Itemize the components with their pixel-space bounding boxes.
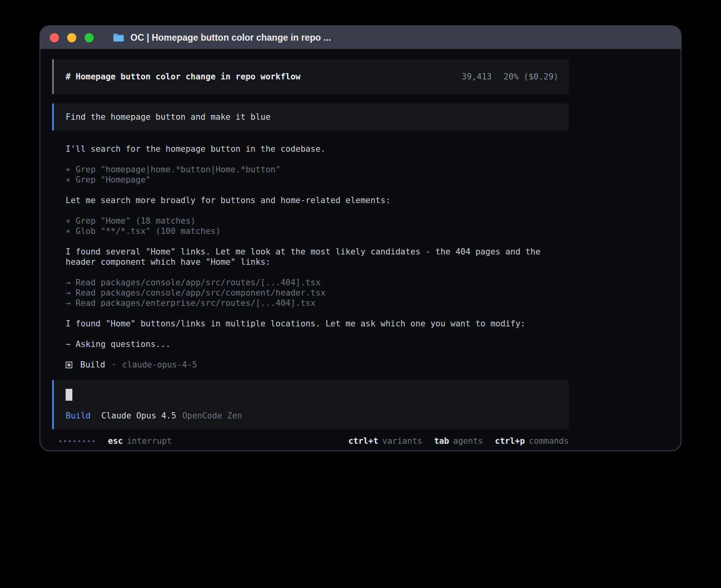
zoom-button[interactable] [85,33,94,42]
shortcut-key: tab [434,436,449,446]
agent-model: claude-opus-4-5 [122,360,197,370]
context-usage: 20% ($0.29) [504,72,559,81]
spinner-dots-icon [59,440,94,442]
shortcut-label: agents [453,436,483,446]
session-title: # Homepage button color change in repo w… [66,72,300,81]
traffic-lights [50,33,94,42]
shortcut-label: variants [382,436,422,446]
provider-name: OpenCode Zen [182,411,242,420]
folder-icon [113,33,125,42]
tool-call-grep: ∗ Grep "homepage|home.*button|Home.*butt… [66,164,569,175]
conversation: I'll search for the homepage button in t… [66,144,569,370]
shortcut-commands: ctrl+p commands [495,436,569,446]
shortcut-label: commands [529,436,569,446]
prompt-input[interactable]: Build Claude Opus 4.5 OpenCode Zen [52,380,569,429]
session-stats: 39,413 20% ($0.29) [462,72,559,81]
tool-call-group: → Read packages/console/app/src/routes/[… [66,277,569,308]
shortcut-key: ctrl+t [348,436,378,446]
esc-key: esc [108,436,123,446]
user-message: Find the homepage button and make it blu… [52,104,569,130]
esc-label: interrupt [127,436,172,446]
tool-call-read: → Read packages/enterprise/src/routes/[.… [66,298,569,308]
agent-icon [66,362,72,368]
assistant-text: Let me search more broadly for buttons a… [66,195,569,205]
agent-name: Build [80,360,105,370]
shortcut-interrupt: esc interrupt [108,436,172,446]
tool-call-read: → Read packages/console/app/src/componen… [66,288,569,298]
shortcut-key: ctrl+p [495,436,525,446]
window-title: OC | Homepage button color change in rep… [130,32,331,43]
text-cursor [66,389,72,401]
user-message-text: Find the homepage button and make it blu… [66,112,270,122]
terminal-window: OC | Homepage button color change in rep… [40,25,681,451]
status-bar: esc interrupt ctrl+t variants tab agents… [52,436,569,446]
shortcut-group: ctrl+t variants tab agents ctrl+p comman… [348,436,569,446]
session-header: # Homepage button color change in repo w… [52,59,569,94]
assistant-text: I'll search for the homepage button in t… [66,144,569,154]
terminal-content: # Homepage button color change in repo w… [40,49,681,450]
tool-call-group: ∗ Grep "homepage|home.*button|Home.*butt… [66,164,569,185]
agent-status-line: Build · claude-opus-4-5 [66,360,569,370]
mode-badge: Build [66,411,91,420]
close-button[interactable] [50,33,59,42]
tool-call-group: ∗ Grep "Home" (18 matches) ∗ Glob "**/*.… [66,216,569,236]
assistant-text: I found several "Home" links. Let me loo… [66,247,569,267]
shortcut-variants: ctrl+t variants [348,436,422,446]
input-meta: Build Claude Opus 4.5 OpenCode Zen [66,411,557,420]
model-name: Claude Opus 4.5 [101,411,176,420]
status-text: ~ Asking questions... [66,339,569,349]
tool-call-grep: ∗ Grep "Home" (18 matches) [66,216,569,226]
minimize-button[interactable] [67,33,76,42]
tool-call-read: → Read packages/console/app/src/routes/[… [66,277,569,288]
tool-call-glob: ∗ Glob "**/*.tsx" (100 matches) [66,226,569,236]
window-titlebar[interactable]: OC | Homepage button color change in rep… [40,26,681,49]
assistant-text: I found "Home" buttons/links in multiple… [66,318,569,329]
tool-call-grep: ∗ Grep "Homepage" [66,175,569,185]
window-title-group: OC | Homepage button color change in rep… [113,32,331,43]
token-count: 39,413 [462,72,492,81]
shortcut-agents: tab agents [434,436,483,446]
dot-separator: · [111,360,116,370]
